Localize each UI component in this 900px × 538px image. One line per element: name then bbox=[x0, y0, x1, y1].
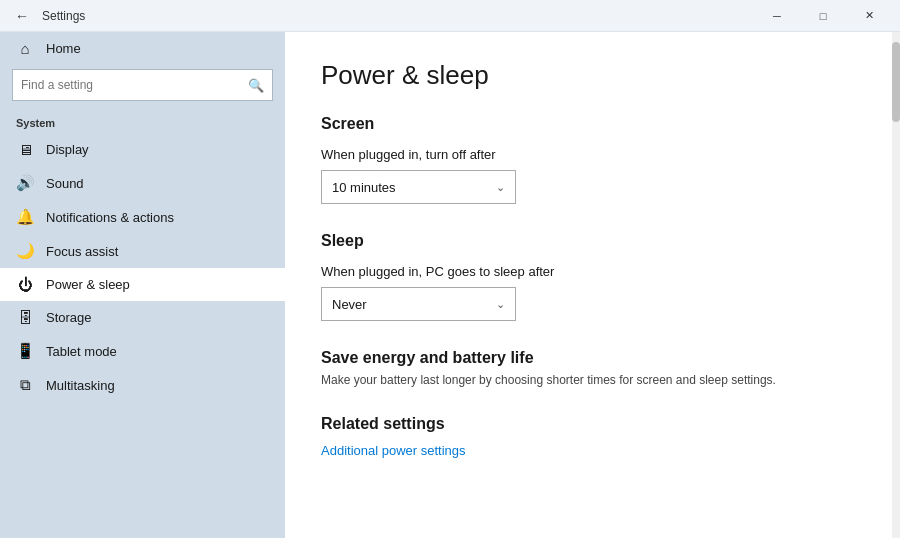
energy-title: Save energy and battery life bbox=[321, 349, 856, 367]
sleep-section: Sleep When plugged in, PC goes to sleep … bbox=[321, 232, 856, 321]
sidebar-item-power[interactable]: ⏻ Power & sleep bbox=[0, 268, 285, 301]
tablet-icon: 📱 bbox=[16, 342, 34, 360]
multitasking-icon: ⧉ bbox=[16, 376, 34, 394]
screen-section: Screen When plugged in, turn off after 1… bbox=[321, 115, 856, 204]
energy-section: Save energy and battery life Make your b… bbox=[321, 349, 856, 387]
related-section: Related settings Additional power settin… bbox=[321, 415, 856, 459]
sleep-dropdown-arrow: ⌄ bbox=[496, 298, 505, 311]
sidebar-item-focus[interactable]: 🌙 Focus assist bbox=[0, 234, 285, 268]
energy-description: Make your battery last longer by choosin… bbox=[321, 373, 821, 387]
sidebar-item-display-label: Display bbox=[46, 142, 89, 157]
sidebar: ⌂ Home 🔍 System 🖥 Display 🔊 Sound 🔔 Noti… bbox=[0, 32, 285, 538]
sidebar-item-storage[interactable]: 🗄 Storage bbox=[0, 301, 285, 334]
window-controls: ─ □ ✕ bbox=[754, 0, 892, 32]
sidebar-item-home[interactable]: ⌂ Home bbox=[0, 32, 285, 65]
sidebar-item-multitasking[interactable]: ⧉ Multitasking bbox=[0, 368, 285, 402]
additional-power-settings-link[interactable]: Additional power settings bbox=[321, 443, 466, 458]
sidebar-item-home-label: Home bbox=[46, 41, 81, 56]
screen-dropdown[interactable]: 10 minutes ⌄ bbox=[321, 170, 516, 204]
maximize-button[interactable]: □ bbox=[800, 0, 846, 32]
back-button[interactable]: ← bbox=[8, 2, 36, 30]
app-title: Settings bbox=[42, 9, 754, 23]
sleep-section-title: Sleep bbox=[321, 232, 856, 250]
content-area: Power & sleep Screen When plugged in, tu… bbox=[285, 32, 892, 538]
sidebar-item-sound[interactable]: 🔊 Sound bbox=[0, 166, 285, 200]
sidebar-item-sound-label: Sound bbox=[46, 176, 84, 191]
sidebar-item-tablet-label: Tablet mode bbox=[46, 344, 117, 359]
search-icon: 🔍 bbox=[248, 78, 264, 93]
back-icon: ← bbox=[15, 8, 29, 24]
sleep-dropdown-value: Never bbox=[332, 297, 367, 312]
sidebar-item-display[interactable]: 🖥 Display bbox=[0, 133, 285, 166]
power-icon: ⏻ bbox=[16, 276, 34, 293]
sidebar-item-notifications-label: Notifications & actions bbox=[46, 210, 174, 225]
home-icon: ⌂ bbox=[16, 40, 34, 57]
focus-icon: 🌙 bbox=[16, 242, 34, 260]
minimize-button[interactable]: ─ bbox=[754, 0, 800, 32]
sound-icon: 🔊 bbox=[16, 174, 34, 192]
related-title: Related settings bbox=[321, 415, 856, 433]
sidebar-item-multitasking-label: Multitasking bbox=[46, 378, 115, 393]
search-box[interactable]: 🔍 bbox=[12, 69, 273, 101]
display-icon: 🖥 bbox=[16, 141, 34, 158]
scrollbar-thumb[interactable] bbox=[892, 42, 900, 122]
sidebar-item-storage-label: Storage bbox=[46, 310, 92, 325]
notifications-icon: 🔔 bbox=[16, 208, 34, 226]
title-bar: ← Settings ─ □ ✕ bbox=[0, 0, 900, 32]
screen-dropdown-value: 10 minutes bbox=[332, 180, 396, 195]
scrollbar-track bbox=[892, 32, 900, 538]
sidebar-item-tablet[interactable]: 📱 Tablet mode bbox=[0, 334, 285, 368]
main-layout: ⌂ Home 🔍 System 🖥 Display 🔊 Sound 🔔 Noti… bbox=[0, 32, 900, 538]
sleep-field-label: When plugged in, PC goes to sleep after bbox=[321, 264, 856, 279]
close-button[interactable]: ✕ bbox=[846, 0, 892, 32]
sidebar-section-system: System bbox=[0, 111, 285, 133]
sidebar-item-power-label: Power & sleep bbox=[46, 277, 130, 292]
sidebar-item-focus-label: Focus assist bbox=[46, 244, 118, 259]
screen-section-title: Screen bbox=[321, 115, 856, 133]
sleep-dropdown[interactable]: Never ⌄ bbox=[321, 287, 516, 321]
screen-dropdown-arrow: ⌄ bbox=[496, 181, 505, 194]
sidebar-item-notifications[interactable]: 🔔 Notifications & actions bbox=[0, 200, 285, 234]
screen-field-label: When plugged in, turn off after bbox=[321, 147, 856, 162]
storage-icon: 🗄 bbox=[16, 309, 34, 326]
search-input[interactable] bbox=[21, 78, 248, 92]
page-title: Power & sleep bbox=[321, 60, 856, 91]
